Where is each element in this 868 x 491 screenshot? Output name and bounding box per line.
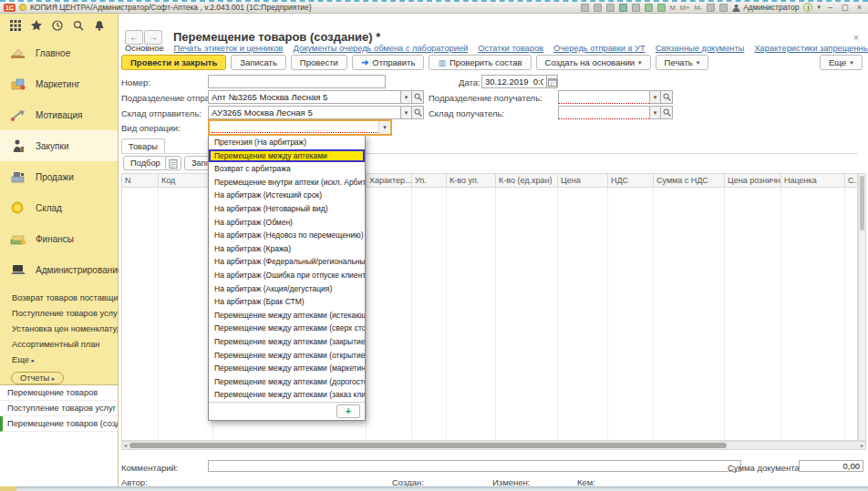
tab-lab-exchange-queue[interactable]: Документы очередь обмена с лабораторией bbox=[294, 44, 469, 53]
create-based-on-button[interactable]: Создать на основании▾ bbox=[536, 55, 651, 70]
reports-button[interactable]: Отчеты ▸ bbox=[11, 372, 64, 384]
sidebar-item-warehouse[interactable]: Склад bbox=[0, 192, 118, 223]
post-and-close-button[interactable]: Провести и закрыть bbox=[121, 55, 226, 70]
warehouse-sender-dropdown-icon[interactable]: ▾ bbox=[400, 106, 412, 119]
print-preview-icon[interactable] bbox=[606, 4, 615, 12]
warehouse-sender-search-icon[interactable] bbox=[412, 106, 424, 119]
command-set-item-prices[interactable]: Установка цен номенклатуры bbox=[0, 322, 118, 337]
tab-print-labels[interactable]: Печать этикеток и ценников bbox=[174, 44, 284, 53]
operation-option[interactable]: На арбитраж (Федеральный/региональный бр… bbox=[209, 255, 365, 269]
maximize-button[interactable]: ▢ bbox=[840, 3, 850, 12]
operation-option-selected[interactable]: Перемещение между аптеками bbox=[209, 149, 365, 163]
column-package[interactable]: Уп. bbox=[412, 174, 447, 187]
zoom-icon[interactable] bbox=[707, 4, 715, 12]
department-sender-search-icon[interactable] bbox=[412, 90, 424, 104]
operation-option[interactable]: Перемещение между аптеками (дорогостой) bbox=[209, 375, 365, 389]
comment-input[interactable] bbox=[208, 460, 741, 472]
horizontal-scrollbar-thumb[interactable] bbox=[129, 443, 727, 448]
favorites-star-icon[interactable] bbox=[31, 20, 42, 31]
warehouse-sender-input[interactable] bbox=[208, 106, 400, 119]
operation-option[interactable]: На арбитраж (Ошибка при отпуске клиента) bbox=[209, 269, 365, 282]
clipboard-edit-button[interactable] bbox=[165, 156, 181, 170]
operation-option[interactable]: Перемещение между аптеками (сверх стока) bbox=[209, 322, 365, 335]
calendar-picker-icon[interactable] bbox=[546, 75, 558, 88]
column-price[interactable]: Цена bbox=[558, 174, 608, 187]
info-icon[interactable]: i bbox=[803, 3, 812, 12]
search-icon[interactable] bbox=[73, 20, 84, 31]
warehouse-receiver-input[interactable] bbox=[558, 106, 649, 119]
operation-option[interactable]: На арбитраж (Нетоварный вид) bbox=[209, 202, 365, 216]
add-operation-button[interactable]: + bbox=[336, 404, 360, 418]
main-menu-icon[interactable] bbox=[10, 20, 21, 31]
operation-option[interactable]: На арбитраж (Обмен) bbox=[209, 216, 365, 230]
operation-option[interactable]: Перемещение между аптеками (маркетинг) bbox=[209, 362, 365, 375]
vertical-scrollbar-thumb[interactable] bbox=[860, 176, 864, 230]
number-input[interactable] bbox=[208, 75, 386, 88]
table-icon[interactable] bbox=[645, 4, 653, 12]
pick-items-button[interactable]: Подбор bbox=[123, 156, 168, 170]
column-code[interactable]: Код bbox=[159, 174, 213, 187]
command-return-to-supplier[interactable]: Возврат товаров поставщику bbox=[0, 291, 118, 306]
save-icon[interactable] bbox=[581, 4, 589, 12]
close-button[interactable]: × bbox=[854, 3, 864, 12]
memory-m-minus-button[interactable]: M- bbox=[694, 4, 702, 12]
sidebar-item-administration[interactable]: Администрирование bbox=[0, 254, 118, 285]
print-icon[interactable] bbox=[594, 4, 602, 12]
operation-option[interactable]: Перемещение между аптеками (заказ клиент… bbox=[209, 388, 365, 402]
back-button[interactable]: ← bbox=[125, 30, 143, 45]
form-close-icon[interactable]: × bbox=[853, 33, 859, 43]
operation-option[interactable]: Претензия (На арбитраж) bbox=[209, 136, 365, 149]
warehouse-receiver-dropdown-icon[interactable]: ▾ bbox=[649, 106, 661, 119]
mail-icon[interactable] bbox=[632, 4, 640, 12]
operation-option[interactable]: Перемещение между аптеками (открытие апт… bbox=[209, 349, 365, 363]
open-window-item-active[interactable]: Перемещение товаров (создание) * bbox=[0, 416, 118, 432]
tab-goods[interactable]: Товары bbox=[121, 138, 165, 154]
check-contents-button[interactable]: ▥Проверить состав bbox=[429, 55, 531, 70]
operation-option[interactable]: На арбитраж (Брак СТМ) bbox=[209, 295, 365, 309]
minimize-button[interactable]: – bbox=[825, 3, 835, 12]
column-markup[interactable]: Наценка bbox=[781, 174, 845, 187]
save-record-button[interactable]: Записать bbox=[231, 55, 286, 70]
sidebar-item-main[interactable]: Главное bbox=[0, 37, 118, 68]
sidebar-item-marketing[interactable]: Маркетинг bbox=[0, 68, 118, 99]
department-receiver-search-icon[interactable] bbox=[661, 90, 673, 104]
horizontal-scrollbar[interactable]: ◂ ▸ bbox=[121, 441, 866, 450]
column-unit-qty[interactable]: К-во (ед.хран) bbox=[496, 174, 558, 187]
column-sum-with-vat[interactable]: Сумма с НДС bbox=[654, 174, 725, 187]
vertical-scrollbar[interactable] bbox=[858, 173, 866, 441]
scroll-right-icon[interactable]: ▸ bbox=[859, 442, 865, 449]
open-window-item[interactable]: Перемещение товаров bbox=[0, 385, 118, 401]
operation-option[interactable]: На арбитраж (Акция/дегустация) bbox=[209, 282, 365, 296]
column-retail-price[interactable]: Цена розничная bbox=[725, 174, 781, 187]
scroll-left-icon[interactable]: ◂ bbox=[122, 442, 129, 449]
operation-option[interactable]: На арбитраж (Кража) bbox=[209, 242, 365, 256]
operation-option[interactable]: Возврат с арбитража bbox=[209, 162, 365, 176]
sidebar-item-purchases[interactable]: Закупки bbox=[0, 130, 118, 161]
more-actions-button[interactable]: Еще▾ bbox=[820, 55, 863, 70]
memory-m-button[interactable]: M bbox=[670, 4, 676, 12]
system-menu-icon[interactable] bbox=[19, 4, 26, 11]
split-window-icon[interactable] bbox=[719, 4, 728, 12]
notifications-bell-icon[interactable] bbox=[94, 20, 105, 31]
sidebar-item-sales[interactable]: Продажи bbox=[0, 161, 118, 192]
forward-button[interactable]: → bbox=[144, 30, 162, 45]
operation-option[interactable]: Перемещение между аптеками (истекающие с… bbox=[209, 309, 365, 322]
column-characteristic[interactable]: Характер... bbox=[367, 174, 412, 187]
open-window-item[interactable]: Поступление товаров услуг bbox=[0, 401, 118, 416]
print-button[interactable]: Печать▾ bbox=[656, 55, 709, 70]
department-receiver-input[interactable] bbox=[558, 90, 649, 104]
tab-related-documents[interactable]: Связанные документы bbox=[656, 44, 745, 53]
warehouse-receiver-search-icon[interactable] bbox=[661, 106, 673, 119]
operation-type-input[interactable] bbox=[212, 122, 377, 133]
column-n[interactable]: N bbox=[122, 174, 159, 187]
tab-goods-balance[interactable]: Остатки товаров bbox=[478, 44, 543, 53]
tab-main[interactable]: Основное bbox=[125, 44, 164, 53]
operation-option[interactable]: На арбитраж (Истекший срок) bbox=[209, 189, 365, 202]
operation-type-dropdown-icon[interactable]: ▾ bbox=[378, 121, 390, 134]
column-package-qty[interactable]: К-во уп. bbox=[447, 174, 496, 187]
tab-forbidden-characteristics[interactable]: Характеристики запрещенные к списанию bbox=[754, 44, 868, 53]
operation-option[interactable]: На арбитраж (Недовоз по перемещению) bbox=[209, 229, 365, 242]
column-vat[interactable]: НДС bbox=[608, 174, 654, 187]
sidebar-item-motivation[interactable]: Мотивация bbox=[0, 99, 118, 130]
memory-m-plus-button[interactable]: M+ bbox=[680, 4, 690, 12]
